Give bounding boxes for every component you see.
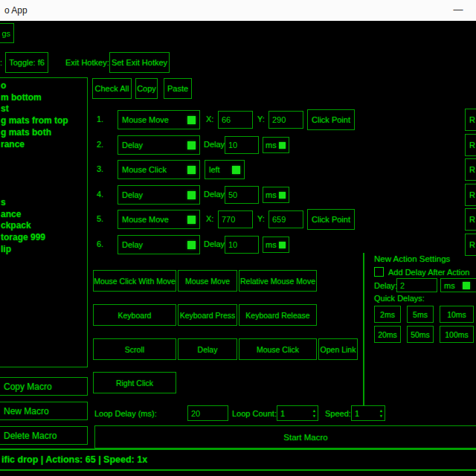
exit-hotkey-label: Exit Hotkey: bbox=[65, 58, 109, 67]
x-coordinate-input[interactable] bbox=[218, 210, 253, 228]
delete-macro-button[interactable]: Delete Macro bbox=[0, 426, 88, 445]
y-coordinate-input[interactable] bbox=[268, 210, 303, 228]
quick-delay-button-10ms[interactable]: 10ms bbox=[440, 306, 474, 323]
paste-button[interactable]: Paste bbox=[164, 78, 192, 99]
delay-unit-select[interactable]: ms bbox=[263, 187, 289, 203]
action-row-number: 4. bbox=[97, 190, 112, 199]
dropdown-indicator-icon bbox=[279, 242, 286, 248]
delay-value-input[interactable] bbox=[225, 136, 259, 154]
quick-delay-button-50ms[interactable]: 50ms bbox=[407, 326, 434, 343]
dropdown-indicator-icon bbox=[279, 142, 286, 149]
add-action-button-keyboard-press[interactable]: Keyboard Press bbox=[178, 304, 237, 326]
y-label: Y: bbox=[257, 214, 265, 223]
window-title: o App bbox=[4, 0, 28, 21]
spinner-down-icon[interactable]: ▼ bbox=[379, 414, 383, 418]
macro-list-item[interactable]: ckpack bbox=[1, 220, 31, 231]
action-row-number: 1. bbox=[97, 115, 112, 123]
macro-list-item[interactable]: o bbox=[1, 80, 6, 91]
y-coordinate-input[interactable] bbox=[268, 111, 303, 129]
click-point-button[interactable]: Click Point bbox=[307, 209, 355, 230]
macro-list-item[interactable]: rance bbox=[1, 139, 25, 149]
add-action-button-mouse-click[interactable]: Mouse Click bbox=[239, 338, 317, 360]
loop-delay-input[interactable] bbox=[187, 405, 228, 421]
minimize-button[interactable]: — bbox=[443, 0, 473, 21]
copy-button[interactable]: Copy bbox=[135, 78, 158, 99]
loop-delay-label: Loop Delay (ms): bbox=[94, 409, 157, 418]
spinner-up-icon[interactable]: ▲ bbox=[312, 409, 316, 413]
spinner-up-icon[interactable]: ▲ bbox=[379, 409, 383, 413]
action-row-number: 5. bbox=[97, 214, 112, 223]
add-action-button-keyboard-release[interactable]: Keyboard Release bbox=[239, 304, 317, 326]
remove-action-button[interactable]: R bbox=[465, 234, 476, 256]
macro-list-item[interactable]: st bbox=[1, 103, 9, 114]
add-action-button-right-click[interactable]: Right Click bbox=[93, 372, 176, 393]
add-action-button-keyboard[interactable]: Keyboard bbox=[93, 304, 176, 326]
new-action-settings-title: New Action Settings bbox=[374, 254, 450, 263]
dropdown-indicator-icon bbox=[187, 116, 196, 124]
delay-value-input[interactable] bbox=[225, 236, 259, 254]
set-exit-hotkey-button[interactable]: Set Exit Hotkey bbox=[109, 52, 170, 73]
action-row-number: 6. bbox=[97, 239, 112, 248]
check-all-button[interactable]: Check All bbox=[92, 78, 132, 99]
spinner-down-icon[interactable]: ▼ bbox=[312, 414, 316, 418]
start-macro-button[interactable]: Start Macro bbox=[94, 425, 476, 448]
add-action-button-mouse-click-with-move[interactable]: Mouse Click With Move bbox=[93, 270, 176, 292]
dropdown-indicator-icon bbox=[187, 216, 196, 224]
action-row-number: 3. bbox=[97, 164, 112, 173]
quick-delay-button-100ms[interactable]: 100ms bbox=[440, 326, 474, 343]
macro-list-item[interactable]: torage 999 bbox=[1, 232, 45, 242]
add-action-button-delay[interactable]: Delay bbox=[178, 338, 237, 360]
speed-stepper[interactable]: 1 ▲▼ bbox=[351, 405, 385, 421]
dropdown-indicator-icon bbox=[463, 282, 470, 289]
delay-label: Delay bbox=[204, 140, 225, 149]
remove-action-button[interactable]: R bbox=[465, 109, 476, 131]
copy-macro-button[interactable]: Copy Macro bbox=[0, 377, 88, 396]
delay-label: Delay bbox=[204, 190, 225, 199]
macro-list-item[interactable]: lip bbox=[1, 244, 11, 254]
delay-label: Delay bbox=[204, 239, 225, 248]
macro-list[interactable]: om bottomstg mats from topg mats bothran… bbox=[0, 77, 88, 367]
action-type-select[interactable]: Mouse Move bbox=[118, 210, 200, 229]
new-action-delay-input[interactable] bbox=[396, 278, 437, 292]
action-type-select[interactable]: Mouse Move bbox=[118, 110, 200, 129]
macro-list-item[interactable]: g mats both bbox=[1, 127, 51, 138]
new-action-delay-unit-select[interactable]: ms bbox=[440, 278, 476, 292]
action-type-select[interactable]: Delay bbox=[118, 135, 200, 155]
new-macro-button[interactable]: New Macro bbox=[0, 402, 88, 420]
quick-delay-button-5ms[interactable]: 5ms bbox=[407, 306, 434, 323]
status-bar: ific drop | Actions: 65 | Speed: 1x bbox=[0, 448, 476, 471]
add-delay-checkbox[interactable] bbox=[374, 267, 384, 277]
remove-action-button[interactable]: R bbox=[465, 208, 476, 231]
click-point-button[interactable]: Click Point bbox=[307, 109, 355, 130]
remove-action-button[interactable]: R bbox=[465, 184, 476, 206]
panel-separator bbox=[363, 253, 364, 405]
minimize-icon: — bbox=[454, 4, 463, 15]
mouse-button-select[interactable]: left bbox=[205, 160, 245, 179]
loop-count-label: Loop Count: bbox=[232, 409, 277, 418]
action-type-select[interactable]: Delay bbox=[118, 185, 200, 205]
quick-delay-button-20ms[interactable]: 20ms bbox=[374, 326, 401, 343]
action-type-select[interactable]: Mouse Click bbox=[118, 160, 200, 179]
macro-list-item[interactable]: ance bbox=[1, 209, 21, 219]
remove-action-button[interactable]: R bbox=[465, 134, 476, 156]
dropdown-indicator-icon bbox=[187, 241, 196, 249]
remove-action-button[interactable]: R bbox=[465, 158, 476, 181]
loop-count-stepper[interactable]: 1 ▲▼ bbox=[277, 405, 318, 421]
add-action-button-scroll[interactable]: Scroll bbox=[93, 338, 176, 360]
x-coordinate-input[interactable] bbox=[218, 111, 253, 129]
add-action-button-mouse-move[interactable]: Mouse Move bbox=[178, 270, 237, 292]
add-action-button-relative-mouse-move[interactable]: Relative Mouse Move bbox=[239, 270, 317, 292]
toggle-hotkey-button[interactable]: Toggle: f6 bbox=[5, 52, 48, 73]
action-type-select[interactable]: Delay bbox=[118, 235, 200, 254]
macro-list-item[interactable]: m bottom bbox=[1, 92, 42, 103]
macro-list-item[interactable]: g mats from top bbox=[1, 115, 68, 126]
macro-list-item[interactable]: s bbox=[1, 197, 6, 208]
tab-settings[interactable]: gs bbox=[0, 23, 14, 43]
delay-value-input[interactable] bbox=[225, 186, 259, 204]
delay-unit-select[interactable]: ms bbox=[263, 137, 289, 153]
add-action-button-open-link[interactable]: Open Link bbox=[318, 338, 358, 360]
title-bar: o App — bbox=[0, 0, 476, 21]
quick-delay-button-2ms[interactable]: 2ms bbox=[374, 306, 401, 323]
delay-unit-select[interactable]: ms bbox=[263, 237, 289, 253]
dropdown-indicator-icon bbox=[187, 191, 196, 199]
